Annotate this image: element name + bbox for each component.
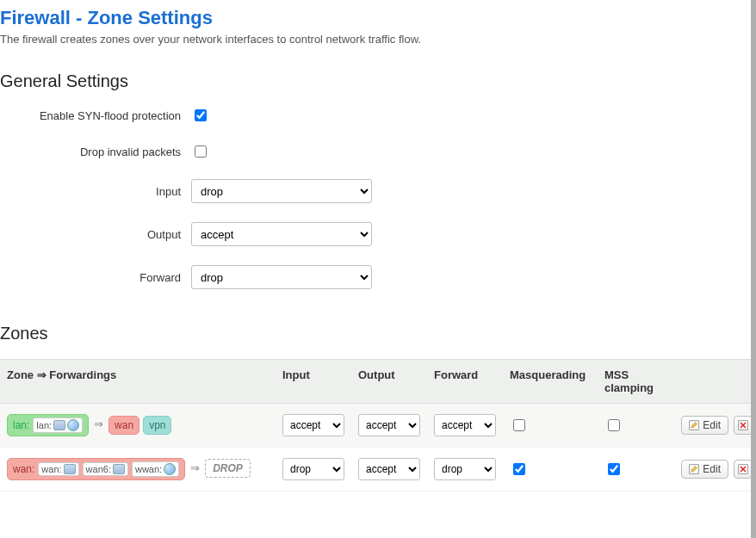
drop-invalid-label: Drop invalid packets [0,145,191,158]
arrow-icon: ⇒ [94,417,103,430]
col-mss-header: MSS clamping [604,368,673,394]
zone-dest-badge: vpn [143,416,171,435]
zone-forward-select[interactable]: acceptrejectdrop [434,458,496,480]
iface-badge: lan: [33,417,83,433]
input-label: Input [0,185,191,198]
general-heading: General Settings [0,71,756,91]
drop-badge: DROP [205,459,251,478]
edit-label: Edit [703,419,721,431]
scrollbar[interactable] [751,0,756,538]
zone-forward-select[interactable]: acceptrejectdrop [434,414,496,436]
zone-name: wan: [13,463,34,475]
syn-flood-checkbox[interactable] [195,109,207,121]
zone-output-select[interactable]: acceptrejectdrop [358,414,420,436]
page-title: Firewall - Zone Settings [0,7,756,29]
page-description: The firewall creates zones over your net… [0,33,756,46]
edit-button[interactable]: Edit [681,460,728,479]
input-select[interactable]: acceptrejectdrop [191,179,372,203]
iface-badge: wwan: [132,461,179,477]
col-zone-header: Zone ⇒ Forwardings [7,368,282,381]
forward-select[interactable]: acceptrejectdrop [191,265,372,289]
col-input-header: Input [282,368,358,381]
iface-badge: wan6: [83,462,128,476]
mss-clamping-checkbox[interactable] [608,463,620,475]
zone-input-select[interactable]: acceptrejectdrop [282,414,344,436]
globe-icon [164,463,176,475]
forward-label: Forward [0,271,191,284]
masquerading-checkbox[interactable] [513,463,525,475]
zone-source-badge: lan:lan: [7,414,89,436]
zone-source-badge: wan:wan:wan6:wwan: [7,458,185,480]
masquerading-checkbox[interactable] [513,419,525,431]
zone-input-select[interactable]: acceptrejectdrop [282,458,344,480]
arrow-icon: ⇒ [190,461,200,474]
globe-icon [67,419,79,431]
mss-clamping-checkbox[interactable] [608,419,620,431]
zones-table-header: Zone ⇒ Forwardings Input Output Forward … [0,359,756,404]
zone-name: lan: [13,419,29,431]
zones-heading: Zones [0,324,756,343]
iface-badge: wan: [38,462,78,476]
delete-button[interactable] [734,460,753,479]
drop-invalid-checkbox[interactable] [195,145,207,158]
output-label: Output [0,228,191,241]
edit-label: Edit [703,463,721,475]
plug-icon [53,420,65,430]
zone-dest-badge: wan [108,416,139,435]
zone-row: lan:lan:⇒wanvpnacceptrejectdropacceptrej… [0,404,756,448]
edit-button[interactable]: Edit [681,416,728,435]
col-masq-header: Masquerading [510,368,604,381]
col-forward-header: Forward [434,368,510,381]
zone-row: wan:wan:wan6:wwan:⇒DROPacceptrejectdropa… [0,448,756,492]
plug-icon [113,464,125,474]
zone-output-select[interactable]: acceptrejectdrop [358,458,420,480]
col-output-header: Output [358,368,434,381]
syn-flood-label: Enable SYN-flood protection [0,109,191,122]
output-select[interactable]: acceptrejectdrop [191,222,372,246]
plug-icon [64,464,76,474]
delete-button[interactable] [734,416,753,435]
